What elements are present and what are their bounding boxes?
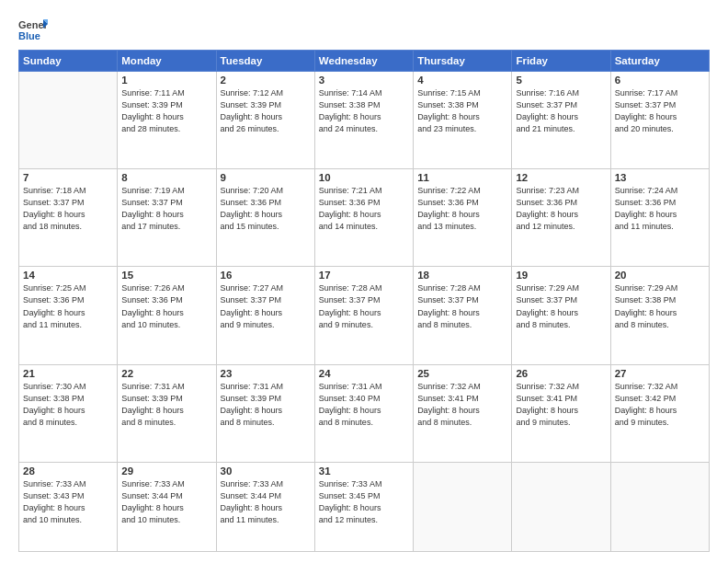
day-info: Sunrise: 7:14 AM Sunset: 3:38 PM Dayligh… — [319, 87, 409, 135]
page: General Blue SundayMondayTuesdayWednesda… — [0, 0, 728, 563]
day-number: 1 — [121, 75, 211, 86]
weekday-sunday: Sunday — [19, 51, 118, 72]
weekday-friday: Friday — [512, 51, 610, 72]
day-number: 12 — [516, 172, 606, 183]
day-cell: 8Sunrise: 7:19 AM Sunset: 3:37 PM Daylig… — [118, 169, 216, 267]
day-cell: 23Sunrise: 7:31 AM Sunset: 3:39 PM Dayli… — [216, 364, 314, 462]
day-info: Sunrise: 7:33 AM Sunset: 3:43 PM Dayligh… — [23, 478, 113, 526]
day-cell — [512, 462, 610, 551]
day-info: Sunrise: 7:12 AM Sunset: 3:39 PM Dayligh… — [221, 87, 311, 135]
day-number: 2 — [221, 75, 311, 86]
day-cell: 20Sunrise: 7:29 AM Sunset: 3:38 PM Dayli… — [610, 267, 709, 364]
day-cell: 30Sunrise: 7:33 AM Sunset: 3:44 PM Dayli… — [216, 462, 314, 551]
day-cell: 17Sunrise: 7:28 AM Sunset: 3:37 PM Dayli… — [314, 267, 413, 364]
day-number: 4 — [417, 75, 507, 86]
svg-text:Blue: Blue — [18, 30, 40, 41]
week-row-4: 21Sunrise: 7:30 AM Sunset: 3:38 PM Dayli… — [19, 364, 710, 462]
week-row-3: 14Sunrise: 7:25 AM Sunset: 3:36 PM Dayli… — [19, 267, 710, 364]
day-number: 22 — [121, 368, 211, 379]
day-info: Sunrise: 7:33 AM Sunset: 3:45 PM Dayligh… — [319, 478, 409, 526]
day-info: Sunrise: 7:11 AM Sunset: 3:39 PM Dayligh… — [121, 87, 211, 135]
day-info: Sunrise: 7:31 AM Sunset: 3:39 PM Dayligh… — [221, 381, 311, 429]
day-number: 5 — [516, 75, 606, 86]
day-info: Sunrise: 7:15 AM Sunset: 3:38 PM Dayligh… — [417, 87, 507, 135]
day-number: 14 — [23, 270, 113, 281]
day-cell: 22Sunrise: 7:31 AM Sunset: 3:39 PM Dayli… — [118, 364, 216, 462]
weekday-tuesday: Tuesday — [216, 51, 314, 72]
day-info: Sunrise: 7:24 AM Sunset: 3:36 PM Dayligh… — [615, 185, 705, 233]
day-cell: 6Sunrise: 7:17 AM Sunset: 3:37 PM Daylig… — [610, 72, 709, 169]
day-info: Sunrise: 7:27 AM Sunset: 3:37 PM Dayligh… — [221, 282, 311, 330]
day-number: 29 — [121, 465, 211, 477]
day-info: Sunrise: 7:32 AM Sunset: 3:41 PM Dayligh… — [516, 381, 606, 429]
day-info: Sunrise: 7:29 AM Sunset: 3:38 PM Dayligh… — [615, 282, 705, 330]
day-cell — [414, 462, 512, 551]
day-number: 7 — [23, 172, 113, 183]
day-number: 17 — [319, 270, 409, 281]
logo-svg: General Blue — [18, 17, 48, 42]
weekday-monday: Monday — [118, 51, 216, 72]
day-info: Sunrise: 7:22 AM Sunset: 3:36 PM Dayligh… — [417, 185, 507, 233]
day-cell: 28Sunrise: 7:33 AM Sunset: 3:43 PM Dayli… — [19, 462, 118, 551]
day-info: Sunrise: 7:21 AM Sunset: 3:36 PM Dayligh… — [319, 185, 409, 233]
day-number: 19 — [516, 270, 606, 281]
day-info: Sunrise: 7:25 AM Sunset: 3:36 PM Dayligh… — [23, 282, 113, 330]
day-cell: 13Sunrise: 7:24 AM Sunset: 3:36 PM Dayli… — [610, 169, 709, 267]
day-number: 21 — [23, 368, 113, 379]
day-info: Sunrise: 7:33 AM Sunset: 3:44 PM Dayligh… — [121, 478, 211, 526]
day-cell: 24Sunrise: 7:31 AM Sunset: 3:40 PM Dayli… — [314, 364, 413, 462]
day-cell: 15Sunrise: 7:26 AM Sunset: 3:36 PM Dayli… — [118, 267, 216, 364]
day-number: 20 — [615, 270, 705, 281]
day-cell: 26Sunrise: 7:32 AM Sunset: 3:41 PM Dayli… — [512, 364, 610, 462]
day-cell: 25Sunrise: 7:32 AM Sunset: 3:41 PM Dayli… — [414, 364, 512, 462]
day-cell: 31Sunrise: 7:33 AM Sunset: 3:45 PM Dayli… — [314, 462, 413, 551]
weekday-wednesday: Wednesday — [314, 51, 413, 72]
day-cell: 11Sunrise: 7:22 AM Sunset: 3:36 PM Dayli… — [414, 169, 512, 267]
day-cell — [610, 462, 709, 551]
day-cell: 19Sunrise: 7:29 AM Sunset: 3:37 PM Dayli… — [512, 267, 610, 364]
day-info: Sunrise: 7:17 AM Sunset: 3:37 PM Dayligh… — [615, 87, 705, 135]
day-info: Sunrise: 7:30 AM Sunset: 3:38 PM Dayligh… — [23, 381, 113, 429]
day-number: 16 — [221, 270, 311, 281]
day-number: 8 — [121, 172, 211, 183]
day-cell: 1Sunrise: 7:11 AM Sunset: 3:39 PM Daylig… — [118, 72, 216, 169]
day-cell: 27Sunrise: 7:32 AM Sunset: 3:42 PM Dayli… — [610, 364, 709, 462]
day-info: Sunrise: 7:31 AM Sunset: 3:40 PM Dayligh… — [319, 381, 409, 429]
day-info: Sunrise: 7:16 AM Sunset: 3:37 PM Dayligh… — [516, 87, 606, 135]
day-number: 25 — [417, 368, 507, 379]
day-number: 6 — [615, 75, 705, 86]
day-info: Sunrise: 7:26 AM Sunset: 3:36 PM Dayligh… — [121, 282, 211, 330]
day-info: Sunrise: 7:33 AM Sunset: 3:44 PM Dayligh… — [221, 478, 311, 526]
day-info: Sunrise: 7:20 AM Sunset: 3:36 PM Dayligh… — [221, 185, 311, 233]
week-row-1: 1Sunrise: 7:11 AM Sunset: 3:39 PM Daylig… — [19, 72, 710, 169]
day-cell: 4Sunrise: 7:15 AM Sunset: 3:38 PM Daylig… — [414, 72, 512, 169]
day-number: 15 — [121, 270, 211, 281]
day-number: 23 — [221, 368, 311, 379]
day-cell: 7Sunrise: 7:18 AM Sunset: 3:37 PM Daylig… — [19, 169, 118, 267]
day-cell: 12Sunrise: 7:23 AM Sunset: 3:36 PM Dayli… — [512, 169, 610, 267]
day-cell: 29Sunrise: 7:33 AM Sunset: 3:44 PM Dayli… — [118, 462, 216, 551]
day-number: 11 — [417, 172, 507, 183]
day-cell: 18Sunrise: 7:28 AM Sunset: 3:37 PM Dayli… — [414, 267, 512, 364]
day-cell — [19, 72, 118, 169]
day-info: Sunrise: 7:32 AM Sunset: 3:41 PM Dayligh… — [417, 381, 507, 429]
day-info: Sunrise: 7:19 AM Sunset: 3:37 PM Dayligh… — [121, 185, 211, 233]
day-cell: 5Sunrise: 7:16 AM Sunset: 3:37 PM Daylig… — [512, 72, 610, 169]
day-cell: 16Sunrise: 7:27 AM Sunset: 3:37 PM Dayli… — [216, 267, 314, 364]
day-number: 30 — [221, 465, 311, 477]
day-cell: 14Sunrise: 7:25 AM Sunset: 3:36 PM Dayli… — [19, 267, 118, 364]
day-number: 18 — [417, 270, 507, 281]
day-number: 13 — [615, 172, 705, 183]
day-cell: 2Sunrise: 7:12 AM Sunset: 3:39 PM Daylig… — [216, 72, 314, 169]
weekday-header-row: SundayMondayTuesdayWednesdayThursdayFrid… — [19, 51, 710, 72]
weekday-saturday: Saturday — [610, 51, 709, 72]
day-info: Sunrise: 7:32 AM Sunset: 3:42 PM Dayligh… — [615, 381, 705, 429]
day-cell: 21Sunrise: 7:30 AM Sunset: 3:38 PM Dayli… — [19, 364, 118, 462]
day-info: Sunrise: 7:23 AM Sunset: 3:36 PM Dayligh… — [516, 185, 606, 233]
weekday-thursday: Thursday — [414, 51, 512, 72]
day-cell: 10Sunrise: 7:21 AM Sunset: 3:36 PM Dayli… — [314, 169, 413, 267]
day-info: Sunrise: 7:18 AM Sunset: 3:37 PM Dayligh… — [23, 185, 113, 233]
day-number: 10 — [319, 172, 409, 183]
day-number: 27 — [615, 368, 705, 379]
week-row-2: 7Sunrise: 7:18 AM Sunset: 3:37 PM Daylig… — [19, 169, 710, 267]
